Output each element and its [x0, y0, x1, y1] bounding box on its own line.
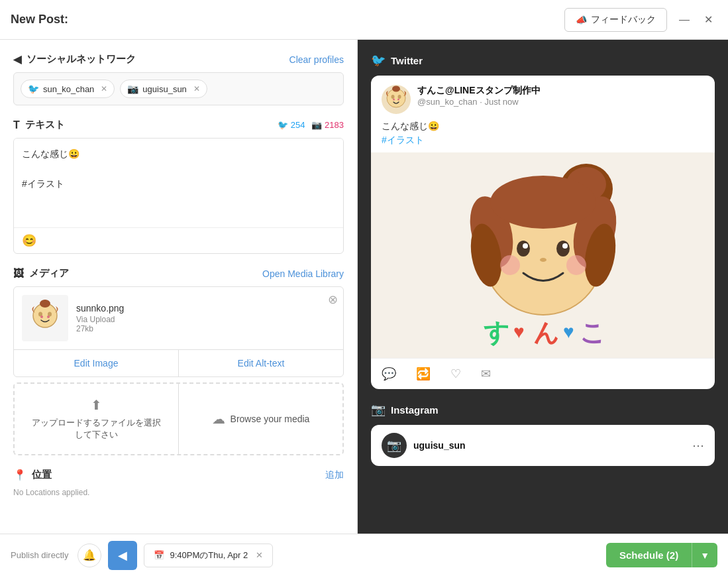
svg-point-23 — [523, 243, 528, 249]
notification-button[interactable]: 🔔 — [78, 544, 101, 567]
tweet-display-name: すんこ@LINEスタンプ制作中 — [417, 85, 541, 97]
twitter-preview-card: すんこ@LINEスタンプ制作中 @sun_ko_chan · Just now … — [371, 76, 715, 389]
no-locations-text: No Locations applied. — [13, 488, 344, 497]
svg-point-3 — [40, 316, 43, 318]
ig-avatar: 📷 — [382, 433, 407, 458]
media-size: 27kb — [76, 324, 335, 333]
location-section: 📍 位置 追加 No Locations applied. — [13, 469, 344, 497]
send-icon: ◀ — [13, 53, 21, 66]
location-icon: 📍 — [13, 469, 26, 481]
svg-point-10 — [397, 99, 399, 101]
twitter-counter: 🐦 254 — [278, 120, 305, 130]
svg-text:♥: ♥ — [513, 321, 525, 342]
svg-point-26 — [566, 255, 586, 275]
ig-menu-button[interactable]: ⋯ — [692, 438, 704, 453]
instagram-platform-icon: 📷 — [371, 402, 386, 417]
megaphone-icon: 📣 — [576, 15, 587, 25]
twitter-preview-section: 🐦 Twitter — [371, 53, 715, 389]
add-location-button[interactable]: 追加 — [325, 469, 344, 481]
svg-point-9 — [393, 99, 395, 101]
profile-tag-instagram[interactable]: 📷 uguisu_sun ✕ — [120, 80, 207, 98]
like-button[interactable]: ♡ — [450, 367, 461, 381]
file-upload-button[interactable]: ⬆ アップロードするファイルを選択して下さい — [15, 384, 178, 454]
schedule-dropdown-button[interactable]: ▼ — [692, 543, 717, 567]
text-section-title: T テキスト — [13, 119, 65, 131]
instagram-preview-section: 📷 Instagram 📷 uguisu_sun ⋯ — [371, 402, 715, 466]
location-section-title: 📍 位置 — [13, 469, 52, 481]
instagram-icon: 📷 — [127, 84, 138, 94]
profile-label-instagram: uguisu_sun — [142, 84, 187, 94]
instagram-counter: 📷 2183 — [311, 120, 344, 130]
media-filename: sunnko.png — [76, 303, 335, 314]
schedule-date-pill: 📅 9:40PMのThu, Apr 2 ✕ — [144, 544, 273, 567]
character-counters: 🐦 254 📷 2183 — [278, 120, 344, 130]
svg-point-25 — [500, 255, 520, 275]
media-thumbnail — [22, 295, 68, 341]
twitter-platform-icon: 🐦 — [371, 53, 386, 68]
share-button[interactable]: ✉ — [481, 367, 491, 381]
svg-point-5 — [40, 300, 50, 308]
reply-button[interactable]: 💬 — [382, 367, 396, 381]
image-icon: 🖼 — [13, 268, 24, 280]
close-icon: ✕ — [704, 13, 713, 26]
media-via: Via Upload — [76, 315, 335, 324]
right-panel: 🐦 Twitter — [358, 40, 728, 534]
svg-point-4 — [47, 316, 50, 318]
browse-media-button[interactable]: ☁ Browse your media — [179, 384, 342, 454]
schedule-main-button[interactable]: Schedule (2) — [606, 543, 692, 567]
edit-image-button[interactable]: Edit Image — [14, 350, 179, 376]
schedule-button-group: Schedule (2) ▼ — [606, 543, 717, 567]
tweet-actions: 💬 🔁 ♡ ✉ — [371, 358, 715, 389]
upload-label: アップロードするファイルを選択して下さい — [28, 417, 165, 441]
media-actions: Edit Image Edit Alt-text — [14, 349, 343, 376]
svg-point-22 — [556, 241, 570, 257]
emoji-button[interactable]: 😊 — [22, 233, 36, 248]
minimize-icon: — — [679, 14, 690, 26]
publish-directly-label: Publish directly — [11, 550, 68, 560]
remove-profile-instagram[interactable]: ✕ — [193, 84, 200, 93]
twitter-icon: 🐦 — [28, 84, 39, 94]
edit-alt-text-button[interactable]: Edit Alt-text — [179, 350, 343, 376]
social-network-section: ◀ ソーシャルネットワーク Clear profiles 🐦 sun_ko_ch… — [13, 53, 344, 105]
instagram-preview-card: 📷 uguisu_sun ⋯ — [371, 425, 715, 466]
svg-point-11 — [392, 86, 400, 92]
left-panel: ◀ ソーシャルネットワーク Clear profiles 🐦 sun_ko_ch… — [0, 40, 358, 534]
profile-label-twitter: sun_ko_chan — [43, 84, 94, 94]
bottom-bar: Publish directly 🔔 ◀ 📅 9:40PMのThu, Apr 2… — [0, 534, 728, 576]
post-text-input[interactable]: こんな感じ😀 #イラスト — [14, 139, 343, 225]
instagram-platform-label: Instagram — [391, 404, 439, 416]
tweet-image: す ♥ ん ♥ こ — [371, 152, 715, 358]
media-section: 🖼 メディア Open Media Library — [13, 267, 344, 455]
direct-publish-button[interactable]: ◀ — [108, 541, 137, 570]
cloud-icon: ☁ — [212, 411, 225, 427]
tweet-handle-time: @sun_ko_chan · Just now — [417, 97, 541, 107]
profile-tag-twitter[interactable]: 🐦 sun_ko_chan ✕ — [21, 80, 115, 98]
remove-profile-twitter[interactable]: ✕ — [101, 84, 107, 93]
send-icon: ◀ — [118, 548, 127, 563]
minimize-button[interactable]: — — [675, 11, 694, 29]
clear-profiles-button[interactable]: Clear profiles — [289, 54, 344, 65]
svg-text:ん: ん — [533, 319, 559, 347]
svg-text:す: す — [484, 319, 509, 347]
ig-username: uguisu_sun — [413, 440, 466, 451]
calendar-icon: 📅 — [154, 550, 164, 560]
upload-area[interactable]: ⬆ アップロードするファイルを選択して下さい ☁ Browse your med… — [13, 382, 344, 455]
open-media-library-button[interactable]: Open Media Library — [262, 268, 344, 279]
profiles-container: 🐦 sun_ko_chan ✕ 📷 uguisu_sun ✕ — [13, 72, 344, 105]
upload-icon: ⬆ — [91, 397, 102, 413]
close-button[interactable]: ✕ — [699, 11, 717, 29]
svg-point-27 — [540, 258, 546, 262]
twitter-platform-label: Twitter — [391, 55, 423, 66]
remove-media-button[interactable]: ⊗ — [328, 292, 338, 307]
svg-point-20 — [490, 176, 596, 229]
svg-point-7 — [391, 95, 395, 99]
svg-text:♥: ♥ — [563, 321, 574, 342]
retweet-button[interactable]: 🔁 — [416, 367, 431, 381]
text-section: T テキスト 🐦 254 📷 2183 こんな感じ😀 #イラスト — [13, 119, 344, 254]
text-format-icon: T — [13, 119, 20, 131]
feedback-button[interactable]: 📣 フィードバック — [564, 8, 667, 32]
text-editor: こんな感じ😀 #イラスト 😊 — [13, 138, 344, 254]
tweet-avatar — [382, 85, 411, 114]
page-title: New Post: — [11, 13, 68, 27]
clear-schedule-button[interactable]: ✕ — [256, 550, 263, 560]
